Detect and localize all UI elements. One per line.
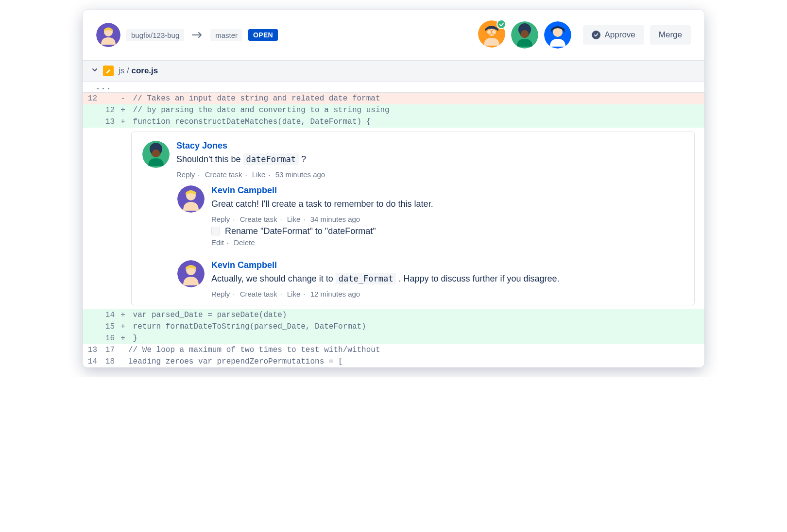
comment-actions: Reply· Create task· Like· 34 minutes ago: [211, 215, 684, 223]
reply-link[interactable]: Reply: [211, 290, 230, 298]
task-item: Rename "DateFormat" to "dateFormat": [211, 226, 684, 236]
diff-line[interactable]: 1418leading zeroes var prependZeroPermut…: [83, 356, 704, 367]
comment-actions: Reply· Create task· Like· 53 minutes ago: [176, 170, 684, 179]
create-task-link[interactable]: Create task: [240, 290, 277, 298]
comment-thread: Stacy Jones Shouldn't this be dateFormat…: [131, 132, 695, 305]
diff-hunk-top: 12- // Takes an input date string and re…: [83, 93, 704, 128]
create-task-link[interactable]: Create task: [205, 170, 242, 179]
diff-line[interactable]: 14+ var parsed_Date = parseDate(date): [83, 309, 704, 321]
edit-link[interactable]: Edit: [211, 238, 224, 247]
file-path[interactable]: js / core.js: [119, 66, 158, 76]
comment-author[interactable]: Kevin Campbell: [211, 260, 684, 270]
comment-author[interactable]: Kevin Campbell: [211, 185, 684, 196]
diff-line[interactable]: 16+ }: [83, 332, 704, 344]
task-text: Rename "DateFormat" to "dateFormat": [225, 226, 376, 236]
svg-point-9: [521, 30, 529, 38]
comment-actions: Reply· Create task· Like· 12 minutes ago: [211, 290, 684, 298]
file-modified-icon: [103, 66, 114, 76]
approve-label: Approve: [604, 30, 635, 40]
comment-avatar[interactable]: [142, 141, 170, 168]
timestamp: 53 minutes ago: [275, 170, 325, 179]
diff-line[interactable]: 12- // Takes an input date string and re…: [83, 93, 704, 104]
reply-link[interactable]: Reply: [176, 170, 195, 179]
status-badge: OPEN: [248, 29, 278, 41]
approve-button[interactable]: Approve: [583, 25, 644, 45]
task-actions: Edit· Delete: [211, 238, 684, 247]
diff-line[interactable]: 1317// We loop a maximum of two times to…: [83, 344, 704, 356]
target-branch[interactable]: master: [210, 29, 242, 41]
reviewer-2[interactable]: [511, 21, 538, 49]
check-circle-icon: [592, 31, 600, 39]
like-link[interactable]: Like: [287, 290, 301, 298]
comment-text: Shouldn't this be dateFormat ?: [176, 153, 684, 166]
create-task-link[interactable]: Create task: [240, 215, 277, 223]
comment-text: Actually, we should change it to date_Fo…: [211, 272, 684, 286]
svg-point-15: [152, 150, 160, 157]
like-link[interactable]: Like: [252, 170, 266, 179]
reviewers: [478, 20, 571, 50]
source-branch[interactable]: bugfix/123-bug: [126, 29, 184, 41]
merge-button[interactable]: Merge: [650, 25, 691, 45]
comment: Kevin Campbell Actually, we should chang…: [177, 260, 684, 298]
comment-author[interactable]: Stacy Jones: [176, 141, 684, 151]
author-avatar[interactable]: [96, 23, 120, 47]
comment-text: Great catch! I'll create a task to remem…: [211, 198, 684, 211]
like-link[interactable]: Like: [287, 215, 301, 223]
pr-diff-card: bugfix/123-bug master OPEN Approve Merge: [83, 10, 704, 367]
reviewer-3[interactable]: [544, 21, 571, 49]
file-header: js / core.js: [83, 60, 704, 82]
reviewer-1[interactable]: [478, 20, 505, 50]
timestamp: 12 minutes ago: [310, 290, 360, 298]
comment-avatar[interactable]: [177, 185, 205, 213]
pr-header: bugfix/123-bug master OPEN Approve Merge: [83, 10, 704, 60]
arrow-icon: [192, 30, 203, 41]
diff-line[interactable]: 15+ return formatDateToString(parsed_Dat…: [83, 321, 704, 332]
timestamp: 34 minutes ago: [310, 215, 360, 223]
diff-hunk-bottom: 14+ var parsed_Date = parseDate(date) 15…: [83, 309, 704, 367]
approved-check-icon: [496, 19, 506, 29]
comment: Stacy Jones Shouldn't this be dateFormat…: [142, 141, 684, 179]
comment-avatar[interactable]: [177, 260, 205, 287]
diff-line[interactable]: 12+ // by parsing the date and convertin…: [83, 104, 704, 116]
comment: Kevin Campbell Great catch! I'll create …: [177, 185, 684, 253]
reply-link[interactable]: Reply: [211, 215, 230, 223]
diff-line[interactable]: 13+ function reconstructDateMatches(date…: [83, 116, 704, 128]
expand-context[interactable]: ...: [83, 82, 704, 93]
task-checkbox[interactable]: [211, 227, 220, 235]
chevron-down-icon[interactable]: [91, 66, 98, 76]
delete-link[interactable]: Delete: [234, 238, 255, 247]
